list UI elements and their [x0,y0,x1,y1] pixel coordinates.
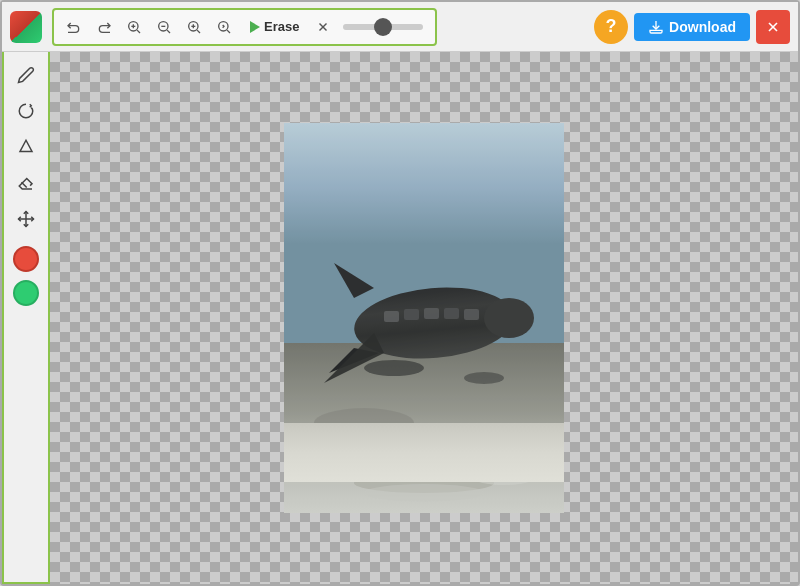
svg-marker-18 [20,140,32,151]
download-icon [648,19,664,35]
svg-point-24 [439,431,529,455]
zoom-fit-button[interactable] [180,13,208,41]
top-toolbar: Erase ? [2,2,798,52]
zoom-in-button[interactable] [120,13,148,41]
svg-point-38 [309,455,379,471]
help-label: ? [606,16,617,37]
move-tool-button[interactable] [9,202,43,236]
close-button[interactable] [756,10,790,44]
brush-size-slider-container [337,24,429,30]
toolbar-group-main: Erase [52,8,437,46]
redo-button[interactable] [90,13,118,41]
left-sidebar [2,52,50,584]
right-toolbar: ? Download [594,10,790,44]
svg-line-12 [227,30,230,33]
eraser-tool-button[interactable] [9,166,43,200]
svg-rect-41 [284,123,564,513]
zoom-reset-button[interactable] [210,13,238,41]
polygon-tool-button[interactable] [9,130,43,164]
undo-button[interactable] [60,13,88,41]
main-content [2,52,798,584]
download-button[interactable]: Download [634,13,750,41]
app-logo [10,11,42,43]
brush-size-slider[interactable] [343,24,423,30]
svg-line-8 [197,30,200,33]
erase-button[interactable]: Erase [240,15,309,38]
erase-label: Erase [264,19,299,34]
help-button[interactable]: ? [594,10,628,44]
download-label: Download [669,19,736,35]
cancel-erase-button[interactable] [311,15,335,39]
image-svg [284,123,564,513]
close-icon [765,19,781,35]
app-container: Erase ? [0,0,800,586]
background-color-button[interactable] [13,280,39,306]
lasso-tool-button[interactable] [9,94,43,128]
canvas-area[interactable] [50,52,798,584]
svg-line-5 [167,30,170,33]
zoom-out-button[interactable] [150,13,178,41]
svg-line-1 [137,30,140,33]
erase-play-icon [250,21,260,33]
pencil-tool-button[interactable] [9,58,43,92]
foreground-color-button[interactable] [13,246,39,272]
canvas-image [284,123,564,513]
